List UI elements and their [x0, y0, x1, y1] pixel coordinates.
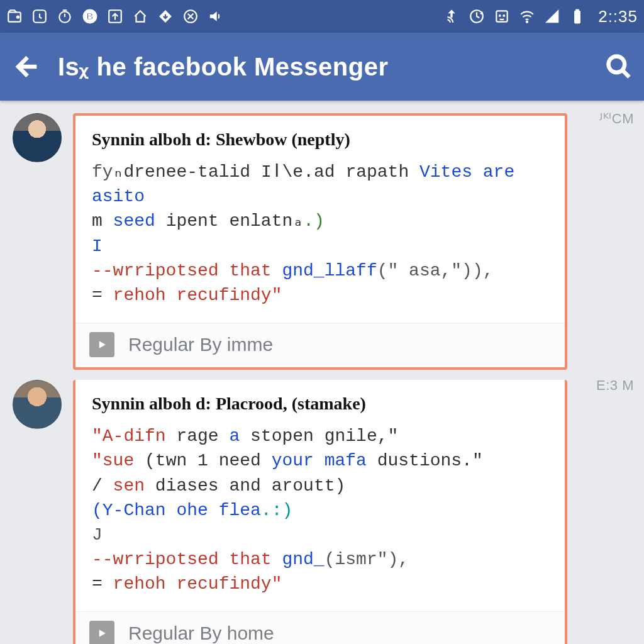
svg-point-12	[503, 15, 505, 17]
message-list: ᴶᴷᴵCM Synnin alboh d: Shewbow (neptly) f…	[0, 101, 644, 644]
wifi-icon	[519, 8, 535, 25]
bold-circle-icon: B	[82, 8, 98, 25]
message-timestamp: ᴶᴷᴵCM	[600, 111, 634, 127]
message-timestamp: E:3 M	[596, 377, 634, 394]
svg-text:B: B	[87, 11, 94, 21]
home-share-icon	[132, 8, 148, 25]
svg-rect-14	[575, 11, 580, 23]
code-block: fyₙdrenee-talid Iǀ\e.ad rapath Vites are…	[75, 153, 565, 323]
diamond-icon	[157, 8, 174, 25]
message-title: Synnin alboh d: Placrood, (stamake)	[75, 380, 565, 418]
code-block: "A-difn rage a stopen gnile," "sue (twn …	[75, 418, 565, 611]
upload-box-icon	[107, 8, 123, 25]
message-footer: Regular By home	[75, 611, 565, 644]
avatar[interactable]	[13, 380, 62, 429]
footer-label: Regular By imme	[128, 334, 273, 355]
android-status-bar: B 2::35	[0, 0, 644, 33]
status-right-icons: 2::35	[443, 7, 638, 26]
back-button[interactable]	[11, 53, 39, 80]
message-title: Synnin alboh d: Shewbow (neptly)	[75, 116, 565, 153]
play-button[interactable]	[89, 332, 114, 357]
avatar[interactable]	[13, 113, 62, 162]
cancel-circle-icon	[182, 8, 199, 25]
battery-icon	[569, 8, 586, 25]
svg-point-13	[526, 21, 528, 23]
footer-label: Regular By home	[128, 623, 274, 644]
clock-outline-icon	[31, 8, 48, 25]
svg-point-11	[499, 15, 501, 17]
message-footer: Regular By imme	[75, 323, 565, 367]
cast-icon	[443, 8, 460, 25]
face-box-icon	[494, 8, 510, 25]
play-button[interactable]	[89, 621, 114, 644]
camera-icon	[6, 8, 23, 25]
message-bubble[interactable]: Synnin alboh d: Shewbow (neptly) fyₙdren…	[73, 113, 567, 370]
page-title: Isᵪ he facebook Messenger	[58, 52, 605, 81]
message-bubble[interactable]: Synnin alboh d: Placrood, (stamake) "A-d…	[73, 380, 567, 644]
search-button[interactable]	[605, 53, 633, 80]
svg-point-16	[609, 57, 625, 73]
app-bar: Isᵪ he facebook Messenger	[0, 33, 644, 101]
svg-point-1	[16, 16, 19, 18]
svg-rect-15	[576, 9, 579, 11]
volume-icon	[208, 8, 224, 25]
status-left-icons: B	[6, 8, 224, 25]
signal-icon	[544, 8, 560, 25]
timer-icon	[57, 8, 73, 25]
message-row: ᴶᴷᴵCM Synnin alboh d: Shewbow (neptly) f…	[0, 113, 644, 380]
message-row: E:3 M Synnin alboh d: Placrood, (stamake…	[0, 380, 644, 644]
refresh-icon	[469, 8, 485, 25]
status-clock: 2::35	[598, 7, 638, 26]
